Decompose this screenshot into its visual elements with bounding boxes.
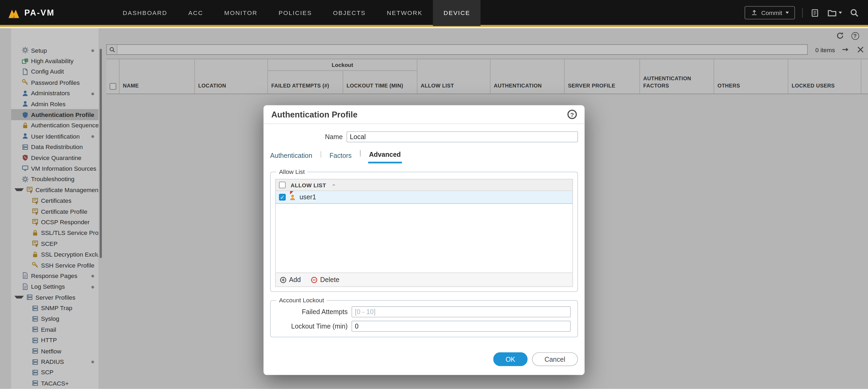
nav-tab-label: DASHBOARD xyxy=(123,9,167,16)
flame-logo-icon xyxy=(8,6,20,19)
lockout-time-row: Lockout Time (min) xyxy=(271,321,571,332)
nav-tab-label: OBJECTS xyxy=(333,9,366,16)
dialog-header: Authentication Profile ? xyxy=(264,105,585,124)
nav-tab[interactable]: NETWORK xyxy=(376,0,433,26)
nav-tab-label: NETWORK xyxy=(387,9,423,16)
nav-tab[interactable]: OBJECTS xyxy=(322,0,376,26)
delete-label: Delete xyxy=(320,276,339,283)
topbar-actions: Commit xyxy=(745,6,868,19)
commit-label: Commit xyxy=(761,9,782,16)
account-lockout-fieldset: Account Lockout Failed Attempts Lockout … xyxy=(270,300,578,337)
failed-attempts-label: Failed Attempts xyxy=(271,308,351,316)
app-window: PA-VM DASHBOARD ACC MONITOR POLICIES xyxy=(0,0,868,389)
authentication-profile-dialog: Authentication Profile ? Name Authentica… xyxy=(264,105,585,375)
commit-icon xyxy=(751,9,758,16)
modified-marker xyxy=(290,191,293,194)
lockout-time-input[interactable] xyxy=(352,321,571,332)
nav-tab[interactable]: MONITOR xyxy=(214,0,268,26)
failed-attempts-row: Failed Attempts xyxy=(271,306,571,317)
delete-button[interactable]: Delete xyxy=(311,276,339,283)
commit-button[interactable]: Commit xyxy=(745,6,795,19)
allow-list-empty-area xyxy=(275,204,573,273)
nav-tab-label: DEVICE xyxy=(444,9,470,16)
search-icon[interactable] xyxy=(849,7,859,18)
account-lockout-legend: Account Lockout xyxy=(276,297,327,304)
allow-list-entry: user1 xyxy=(300,193,316,201)
ok-button[interactable]: OK xyxy=(493,352,527,366)
divider xyxy=(802,7,803,18)
dialog-tab-label: Advanced xyxy=(368,149,402,163)
nav-tab-label: ACC xyxy=(188,9,203,16)
nav-tab[interactable]: POLICIES xyxy=(268,0,322,26)
dialog-tabs: Authentication Factors Advanced xyxy=(269,149,585,163)
dialog-tab-label: Authentication xyxy=(269,150,313,163)
lockout-time-label: Lockout Time (min) xyxy=(271,322,351,330)
add-label: Add xyxy=(289,276,301,283)
dialog-footer: OK Cancel xyxy=(493,352,578,366)
folder-icon xyxy=(827,7,837,18)
nav-tab-label: MONITOR xyxy=(224,9,258,16)
nav-tab[interactable]: ACC xyxy=(178,0,214,26)
allow-list-column-header[interactable]: ALLOW LIST xyxy=(291,182,326,188)
top-bar: PA-VM DASHBOARD ACC MONITOR POLICIES xyxy=(0,0,868,27)
allow-list-header: ALLOW LIST xyxy=(275,179,573,191)
allow-list-rows: ✓ user1 xyxy=(275,191,573,204)
minus-circle-icon xyxy=(311,276,318,283)
allow-list-row[interactable]: ✓ user1 xyxy=(275,191,573,204)
dialog-tab-label: Factors xyxy=(329,150,353,163)
allow-list-toolbar: Add Delete xyxy=(275,273,573,287)
nav-tab-label: POLICIES xyxy=(279,9,312,16)
row-checkbox[interactable]: ✓ xyxy=(279,194,286,201)
pan-logo: PA-VM xyxy=(0,6,55,19)
saved-config-menu[interactable] xyxy=(827,7,842,18)
logo-text: PA-VM xyxy=(24,8,55,17)
name-input[interactable] xyxy=(346,131,578,142)
allow-list-fieldset: Allow List ALLOW LIST ✓ user1 xyxy=(270,172,578,292)
name-label: Name xyxy=(264,133,346,141)
name-row: Name xyxy=(264,131,578,142)
dialog-title: Authentication Profile xyxy=(271,110,567,119)
tasks-icon[interactable] xyxy=(810,7,820,18)
sort-ascending-icon[interactable] xyxy=(331,183,337,187)
main-nav: DASHBOARD ACC MONITOR POLICIES OBJECTS xyxy=(112,0,481,26)
chevron-down-icon xyxy=(786,11,789,13)
dialog-tab[interactable]: Factors xyxy=(313,150,353,163)
add-button[interactable]: Add xyxy=(279,276,301,283)
nav-tab[interactable]: DASHBOARD xyxy=(112,0,178,26)
plus-circle-icon xyxy=(279,276,287,283)
dialog-tab[interactable]: Authentication xyxy=(269,150,313,163)
chevron-down-icon xyxy=(839,11,842,13)
allow-list-select-all-checkbox[interactable] xyxy=(279,182,286,188)
cancel-button[interactable]: Cancel xyxy=(532,352,578,366)
user-icon xyxy=(289,194,296,201)
allow-list-legend: Allow List xyxy=(276,168,308,175)
dialog-tab[interactable]: Advanced xyxy=(353,149,402,163)
nav-tab[interactable]: DEVICE xyxy=(433,0,481,26)
failed-attempts-input[interactable] xyxy=(352,306,571,317)
dialog-help-icon[interactable]: ? xyxy=(567,110,577,119)
